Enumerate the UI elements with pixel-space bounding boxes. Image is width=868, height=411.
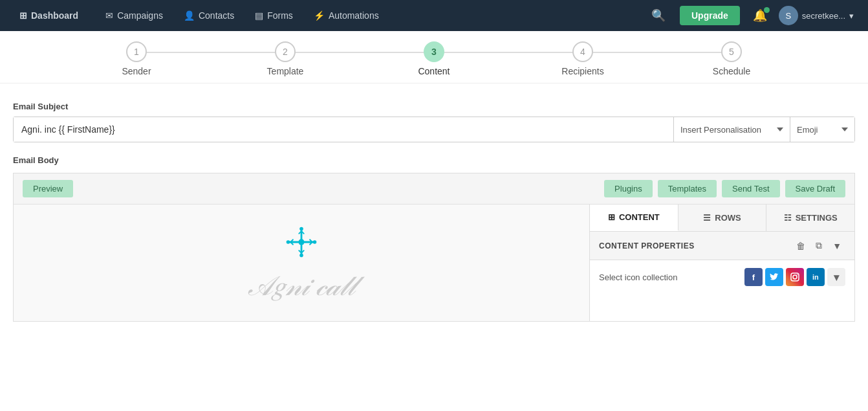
expand-content-button[interactable]: ▼ [829, 239, 845, 253]
twitter-icon-button[interactable] [765, 268, 783, 286]
svg-point-19 [797, 274, 798, 276]
avatar: S [779, 6, 798, 25]
chevron-down-icon: ▾ [849, 11, 854, 21]
copy-content-button[interactable]: ⧉ [812, 238, 826, 253]
linkedin-icon-button[interactable]: in [807, 268, 825, 286]
content-tab-icon: ⊞ [608, 212, 615, 222]
svg-rect-17 [791, 273, 799, 281]
canvas-decorative-text: 𝒜𝑔𝓃𝒾 𝒸𝒶𝓁𝓁 [248, 271, 354, 302]
editor-toolbar: Preview Plugins Templates Send Test Save… [14, 173, 854, 205]
twitter-bird-icon [770, 273, 779, 281]
notification-badge [764, 7, 770, 13]
step-circle-template: 2 [275, 41, 296, 62]
user-menu[interactable]: S secretkee... ▾ [775, 6, 858, 25]
panel-tabs: ⊞ CONTENT ☰ ROWS ☷ SETTINGS [590, 205, 854, 232]
step-template[interactable]: 2 Template [211, 41, 360, 76]
content-props-actions: 🗑 ⧉ ▼ [792, 238, 845, 253]
steps-progress: 1 Sender 2 Template 3 Content 4 Recipien… [0, 31, 868, 83]
dashboard-label: Dashboard [31, 10, 78, 21]
step-label-template: Template [267, 66, 304, 76]
upgrade-button[interactable]: Upgrade [680, 6, 740, 25]
social-icons-group: f [744, 268, 845, 286]
step-circle-recipients: 4 [572, 41, 593, 62]
contacts-label: Contacts [199, 10, 234, 21]
svg-point-0 [298, 239, 304, 245]
rows-tab-label: ROWS [715, 213, 741, 223]
add-social-icon-button[interactable]: ▾ [827, 268, 845, 286]
linkedin-logo-icon: in [811, 272, 820, 282]
contacts-nav-item[interactable]: 👤 Contacts [175, 0, 243, 31]
svg-point-2 [299, 227, 303, 231]
settings-tab-icon: ☷ [784, 213, 792, 223]
email-editor: Preview Plugins Templates Send Test Save… [13, 173, 855, 322]
emoji-select[interactable]: Emoji [790, 117, 854, 142]
plugins-button[interactable]: Plugins [604, 180, 653, 197]
email-canvas[interactable]: 𝒜𝑔𝓃𝒾 𝒸𝒶𝓁𝓁 [14, 205, 589, 321]
grid-icon: ⊞ [19, 10, 27, 21]
send-test-button[interactable]: Send Test [722, 180, 780, 197]
editor-main-area: 𝒜𝑔𝓃𝒾 𝒸𝒶𝓁𝓁 ⊞ CONTENT ☰ ROWS ☷ SETTI [14, 205, 854, 321]
email-subject-input[interactable] [14, 117, 673, 142]
svg-point-10 [287, 240, 290, 244]
svg-point-14 [313, 240, 317, 244]
svg-point-6 [299, 254, 303, 258]
top-navigation: ⊞ Dashboard ✉ Campaigns 👤 Contacts ▤ For… [0, 0, 868, 31]
social-icons-label: Select icon collection [599, 272, 677, 282]
step-sender[interactable]: 1 Sender [62, 41, 211, 76]
step-circle-content: 3 [424, 41, 444, 62]
automations-icon: ⚡ [314, 10, 325, 21]
svg-point-18 [793, 275, 797, 279]
preview-button[interactable]: Preview [23, 180, 73, 197]
step-circle-sender: 1 [126, 41, 147, 62]
step-schedule[interactable]: 5 Schedule [657, 41, 806, 76]
content-properties-bar: CONTENT PROPERTIES 🗑 ⧉ ▼ [590, 232, 854, 260]
svg-text:in: in [812, 273, 819, 281]
campaigns-label: Campaigns [117, 10, 163, 21]
tab-settings[interactable]: ☷ SETTINGS [766, 205, 854, 231]
snowflake-icon [283, 224, 320, 260]
instagram-icon-button[interactable] [786, 268, 804, 286]
delete-content-button[interactable]: 🗑 [792, 239, 809, 253]
forms-label: Forms [267, 10, 293, 21]
rows-tab-icon: ☰ [703, 213, 711, 223]
instagram-camera-icon [790, 272, 799, 282]
step-content[interactable]: 3 Content [360, 41, 508, 76]
automations-nav-item[interactable]: ⚡ Automations [305, 0, 388, 31]
email-subject-label: Email Subject [13, 102, 855, 111]
tab-rows[interactable]: ☰ ROWS [678, 205, 767, 231]
email-subject-row: Insert Personalisation Emoji [13, 117, 855, 142]
save-draft-button[interactable]: Save Draft [785, 180, 845, 197]
contacts-icon: 👤 [184, 10, 195, 21]
content-properties-label: CONTENT PROPERTIES [599, 241, 695, 250]
step-label-sender: Sender [122, 66, 151, 76]
step-circle-schedule: 5 [721, 41, 742, 62]
content-tab-label: CONTENT [619, 212, 660, 222]
main-content-area: Email Subject Insert Personalisation Emo… [0, 83, 868, 322]
step-recipients[interactable]: 4 Recipients [508, 41, 657, 76]
step-label-recipients: Recipients [561, 66, 603, 76]
campaigns-nav-item[interactable]: ✉ Campaigns [96, 0, 172, 31]
dashboard-nav-item[interactable]: ⊞ Dashboard [10, 0, 87, 31]
search-icon[interactable]: 🔍 [645, 8, 672, 23]
settings-tab-label: SETTINGS [796, 213, 838, 223]
right-panel: ⊞ CONTENT ☰ ROWS ☷ SETTINGS CONTENT PROP… [589, 205, 854, 321]
step-label-content: Content [418, 66, 450, 76]
facebook-icon-button[interactable]: f [744, 268, 763, 286]
forms-icon: ▤ [255, 10, 263, 21]
social-icons-row: Select icon collection f [590, 260, 854, 294]
tab-content[interactable]: ⊞ CONTENT [590, 205, 678, 231]
username-label: secretkee... [802, 11, 845, 21]
forms-nav-item[interactable]: ▤ Forms [246, 0, 302, 31]
toolbar-left: Preview [23, 180, 73, 197]
automations-label: Automations [329, 10, 379, 21]
email-body-label: Email Body [13, 155, 855, 165]
step-label-schedule: Schedule [713, 66, 750, 76]
notifications-bell[interactable]: 🔔 [748, 8, 772, 23]
toolbar-right: Plugins Templates Send Test Save Draft [604, 180, 845, 197]
insert-personalisation-select[interactable]: Insert Personalisation [673, 117, 790, 142]
mail-icon: ✉ [105, 10, 113, 21]
templates-button[interactable]: Templates [658, 180, 717, 197]
